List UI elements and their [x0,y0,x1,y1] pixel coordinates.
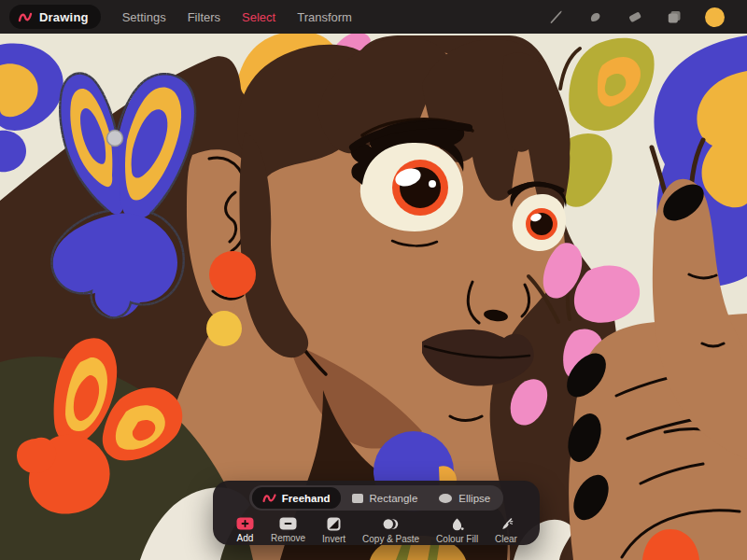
selection-actions: Add Remove Invert Copy & Paste [213,511,540,544]
action-clear-label: Clear [495,534,517,544]
color-swatch[interactable] [705,7,725,27]
action-invert[interactable]: Invert [322,517,345,544]
remove-minus-icon [279,517,297,530]
add-plus-icon [236,517,254,530]
menu-settings[interactable]: Settings [122,10,166,24]
top-menu: Settings Filters Select Transform [122,10,352,24]
menu-filters[interactable]: Filters [188,10,220,24]
copy-paste-icon [383,517,399,531]
layers-icon[interactable] [666,8,683,25]
clear-brush-icon [499,517,514,531]
action-copy-paste[interactable]: Copy & Paste [362,517,419,544]
mode-rectangle-label: Rectangle [370,493,418,504]
freehand-squiggle-icon [262,492,276,504]
action-clear[interactable]: Clear [495,517,517,544]
mode-ellipse-label: Ellipse [458,493,490,504]
action-colour-fill[interactable]: Colour Fill [436,517,478,544]
gallery-button-label: Drawing [39,10,89,24]
action-invert-label: Invert [322,534,345,544]
top-toolbar: Drawing Settings Filters Select Transfor… [0,0,747,34]
mode-freehand-label: Freehand [282,493,331,504]
rectangle-icon [351,493,364,504]
invert-icon [327,517,341,531]
menu-transform[interactable]: Transform [297,10,352,24]
action-add-label: Add [237,533,254,543]
mode-freehand[interactable]: Freehand [252,487,341,509]
action-add[interactable]: Add [236,517,254,544]
action-remove[interactable]: Remove [271,517,305,544]
procreate-squiggle-icon [18,9,33,24]
selection-handle-node[interactable] [107,131,123,147]
smudge-icon[interactable] [587,8,604,25]
mode-rectangle[interactable]: Rectangle [341,488,429,508]
eraser-icon[interactable] [627,8,643,25]
action-remove-label: Remove [271,533,305,543]
earring-yellow [206,311,242,346]
action-copy-paste-label: Copy & Paste [362,534,419,544]
colour-fill-icon [450,517,465,531]
mode-ellipse[interactable]: Ellipse [428,488,500,508]
selection-mode-segmented-control: Freehand Rectangle Ellipse [249,485,503,511]
menu-select[interactable]: Select [242,10,275,24]
paintbrush-icon[interactable] [548,8,565,25]
gallery-button[interactable]: Drawing [9,5,101,29]
action-colour-fill-label: Colour Fill [436,534,478,544]
top-tools [548,7,725,27]
selection-toolbar: Freehand Rectangle Ellipse Add [213,481,540,545]
earring-orange [209,251,256,298]
ellipse-icon [438,493,453,504]
